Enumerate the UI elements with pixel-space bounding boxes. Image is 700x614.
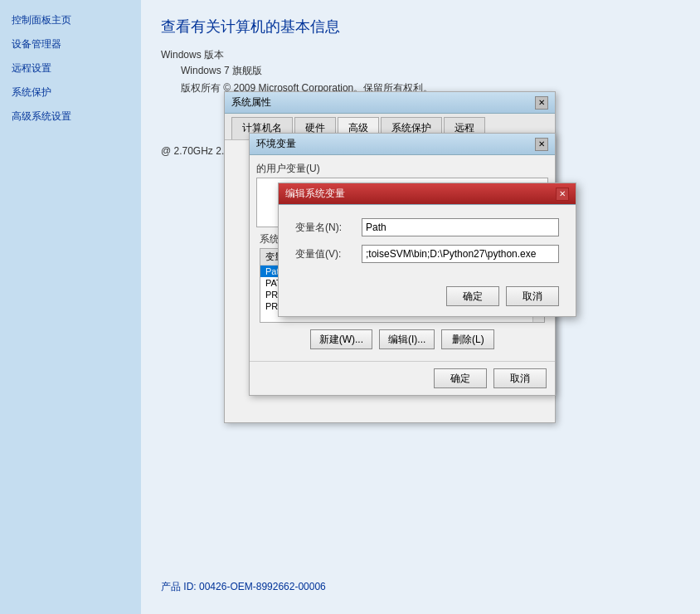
sidebar-item-remote-settings[interactable]: 远程设置 <box>0 56 141 80</box>
sysprops-title: 系统属性 <box>231 95 271 110</box>
envvars-titlebar: 环境变量 ✕ <box>250 134 555 155</box>
edit-var-buttons: 确定 取消 <box>279 286 576 316</box>
envvars-bottom-buttons: 确定 取消 <box>250 361 555 395</box>
product-id: 产品 ID: 00426-OEM-8992662-00006 <box>161 580 326 594</box>
user-var-section-label: 的用户变量(U) <box>256 162 548 176</box>
sidebar-item-device-manager[interactable]: 设备管理器 <box>0 32 141 56</box>
envvars-title: 环境变量 <box>256 137 296 151</box>
product-id-label: 产品 ID: <box>161 581 197 592</box>
edit-var-dialog: 编辑系统变量 ✕ 变量名(N): 变量值(V): 确定 取消 <box>278 183 576 317</box>
edit-var-name-input[interactable] <box>362 218 559 236</box>
edit-var-name-label: 变量名(N): <box>295 221 362 235</box>
envvars-close-button[interactable]: ✕ <box>535 138 548 151</box>
envvars-cancel-button[interactable]: 取消 <box>493 368 547 388</box>
edit-var-value-label: 变量值(V): <box>295 247 362 261</box>
main-content: 查看有关计算机的基本信息 Windows 版本 Windows 7 旗舰版 版权… <box>141 0 700 614</box>
sidebar: 控制面板主页 设备管理器 远程设置 系统保护 高级系统设置 <box>0 0 141 614</box>
edit-var-name-row: 变量名(N): <box>295 218 559 236</box>
windows-version-value: Windows 7 旗舰版 <box>181 64 680 78</box>
sidebar-item-control-panel[interactable]: 控制面板主页 <box>0 8 141 32</box>
windows-version-label: Windows 版本 <box>161 48 680 62</box>
envvars-delete-button[interactable]: 删除(L) <box>441 329 494 349</box>
sysprops-titlebar: 系统属性 ✕ <box>225 92 555 114</box>
edit-var-close-button[interactable]: ✕ <box>556 188 569 201</box>
sidebar-item-system-protection[interactable]: 系统保护 <box>0 80 141 105</box>
edit-var-value-input[interactable] <box>362 245 559 263</box>
envvars-action-buttons: 新建(W)... 编辑(I)... 删除(L) <box>256 324 548 354</box>
edit-var-title: 编辑系统变量 <box>285 187 345 201</box>
envvars-edit-button[interactable]: 编辑(I)... <box>379 329 435 349</box>
edit-var-body: 变量名(N): 变量值(V): <box>279 205 576 281</box>
envvars-ok-button[interactable]: 确定 <box>434 368 487 388</box>
sysprops-close-button[interactable]: ✕ <box>535 96 548 110</box>
product-id-value: 00426-OEM-8992662-00006 <box>199 581 326 592</box>
page-title: 查看有关计算机的基本信息 <box>161 17 680 37</box>
edit-var-cancel-button[interactable]: 取消 <box>506 286 559 306</box>
edit-var-value-row: 变量值(V): <box>295 245 559 263</box>
edit-var-ok-button[interactable]: 确定 <box>446 286 499 306</box>
sidebar-item-advanced-settings[interactable]: 高级系统设置 <box>0 105 141 129</box>
edit-var-titlebar: 编辑系统变量 ✕ <box>279 183 576 205</box>
envvars-new-button[interactable]: 新建(W)... <box>310 329 372 349</box>
